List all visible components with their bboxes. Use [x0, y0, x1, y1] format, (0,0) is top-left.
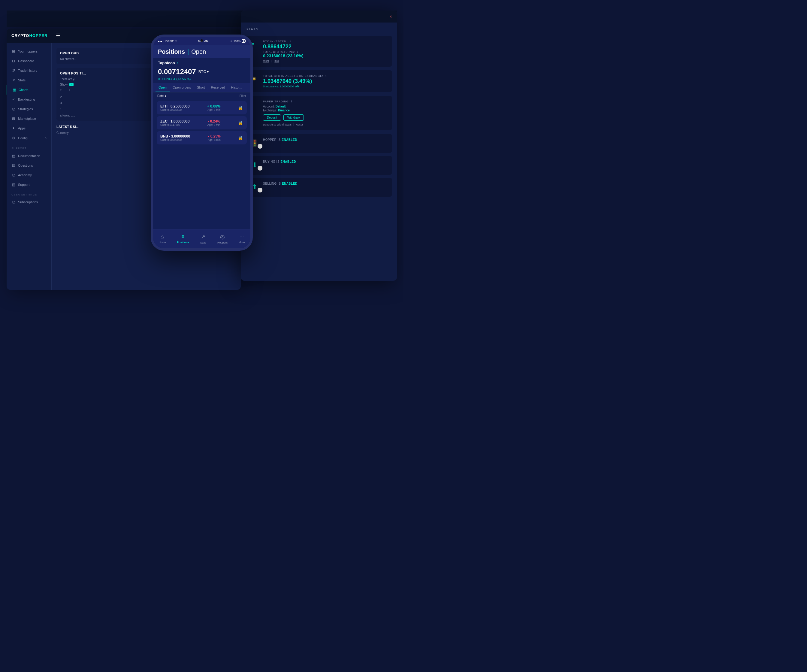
btc-invested-label: BTC INVESTED: ℹ [263, 40, 388, 43]
sidebar-item-apps[interactable]: ✦ Apps [7, 123, 51, 133]
logo-text: CRYPTOHOPPER [12, 33, 47, 38]
dashboard-icon: ⊟ [12, 59, 16, 63]
bnb-coin: BNB · 3.00000000 [160, 134, 190, 138]
tab-open[interactable]: Open [156, 83, 169, 92]
hopper-enabled-card: 🚦 HOPPER IS ENABLED [246, 134, 392, 153]
nav-home[interactable]: ⌂ Home [158, 234, 166, 244]
pos-zec-left: ZEC · 1.00000000 Cost: 0.0417800 [160, 119, 189, 126]
paper-buttons: Deposit Withdraw [263, 115, 388, 121]
sidebar-item-stats[interactable]: ↗ Stats [7, 75, 51, 85]
tab-history[interactable]: Histor... [228, 83, 245, 92]
marketplace-icon: ⊞ [12, 116, 16, 121]
sidebar-item-documentation[interactable]: ▤ Documentation [7, 151, 51, 161]
bluetooth-icon: ✦ [230, 40, 232, 43]
phone-header: Positions | Open [153, 45, 251, 58]
paper-links: Deposits & Withdrawals | Reset [263, 123, 388, 126]
sidebar-item-questions[interactable]: ▤ Questions [7, 161, 51, 170]
support-icon: ▤ [12, 183, 16, 187]
sidebar: ⊞ Your hoppers ⊟ Dashboard ⏱ Trade histo… [7, 43, 51, 290]
logo-hop: HOPPER [29, 33, 47, 38]
nav-positions[interactable]: ≡ Positions [177, 234, 189, 244]
hopper-status-label: HOPPER IS ENABLED [263, 138, 388, 141]
mini-badge: 5 [69, 83, 73, 86]
zec-pct: - 0.24% [208, 119, 220, 123]
hoppers-nav-icon: ◎ [220, 234, 225, 240]
eth-pct: + 0.08% [207, 104, 220, 108]
hopper-name: Tapoleon [158, 61, 175, 65]
sidebar-item-backtesting[interactable]: ✓ Backtesting [7, 95, 51, 104]
buying-enabled-card: ⬇ BUYING IS ENABLED [246, 156, 392, 175]
phone-content: Tapoleon › 0.00712407 BTC ▾ 0.00020351 (… [153, 58, 251, 248]
reset-link[interactable]: reset [263, 60, 269, 62]
nav-hoppers[interactable]: ◎ Hoppers [218, 234, 227, 244]
sidebar-item-dashboard[interactable]: ⊟ Dashboard [7, 56, 51, 66]
lock-icon: 🔒 [238, 105, 243, 110]
btc-assets-card: 💳 TOTAL BTC IN ASSETS ON EXCHANGE: ℹ 1.0… [246, 70, 392, 92]
tab-reserved[interactable]: Reserved [208, 83, 228, 92]
sidebar-item-charts[interactable]: ▦ Charts [7, 85, 51, 95]
show-label: Show [60, 83, 68, 86]
chevron-down-icon-2: ▾ [165, 94, 166, 98]
total-btc-returns-value: 0.23160018 (23.16%) [263, 53, 388, 58]
filter-row: Date ▾ ⚌ Filter [153, 93, 251, 100]
phone-camera [201, 39, 203, 42]
sidebar-item-hoppers[interactable]: ⊞ Your hoppers [7, 47, 51, 56]
hamburger-icon[interactable]: ☰ [56, 33, 60, 38]
nav-stats[interactable]: ↗ Stats [200, 234, 207, 244]
position-zec[interactable]: ZEC · 1.00000000 Cost: 0.0417800 - 0.24%… [157, 116, 247, 130]
paper-trading-card: ≡ PAPER TRADING ℹ Account: Default Excha… [246, 96, 392, 130]
config-icon: ⚙ [12, 136, 16, 140]
th-info: I [69, 88, 78, 91]
withdraw-button[interactable]: Withdraw [284, 115, 304, 121]
sidebar-item-strategies[interactable]: ◎ Strategies [7, 104, 51, 114]
filter-button[interactable]: ⚌ Filter [236, 94, 246, 98]
user-section-label: USER SETTINGS [7, 190, 51, 197]
date-sort-button[interactable]: Date ▾ [157, 94, 166, 98]
edit-link[interactable]: edit [295, 85, 299, 88]
docs-icon: ▤ [12, 154, 16, 158]
questions-icon: ▤ [12, 163, 16, 168]
bnb-pct: - 0.25% [208, 134, 221, 138]
battery-icon: ▓ [242, 39, 246, 43]
stats-topbar: – × [241, 10, 397, 23]
info-link[interactable]: info [274, 60, 279, 62]
deposit-button[interactable]: Deposit [263, 115, 281, 121]
apps-icon: ✦ [12, 126, 16, 130]
academy-icon: ◎ [12, 173, 16, 177]
total-btc-returns-label: TOTAL BTC RETURNS: ℹ [263, 50, 388, 53]
buying-status-label: BUYING IS ENABLED [263, 160, 388, 163]
signal-label: Currency [56, 131, 69, 135]
backtesting-icon: ✓ [12, 97, 16, 101]
bottom-nav: ⌂ Home ≡ Positions ↗ Stats ◎ Hoppers [153, 229, 251, 248]
lock-icon-2: 🔒 [238, 120, 243, 125]
info-icon-3: ℹ [325, 75, 327, 78]
selling-enabled-card: ⬆ SELLING IS ENABLED [246, 178, 392, 197]
sidebar-item-trade-history[interactable]: ⏱ Trade history [7, 66, 51, 75]
more-icon: ··· [239, 234, 244, 240]
close-button[interactable]: × [390, 14, 392, 19]
paper-exchange: Exchange: Binance [263, 109, 388, 112]
sidebar-item-config[interactable]: ⚙ Config [7, 133, 51, 143]
battery-status: ✦ 100% ▓ [230, 39, 246, 43]
tab-short[interactable]: Short [194, 83, 208, 92]
hoppers-icon: ⊞ [12, 49, 16, 53]
stats-nav-icon: ↗ [201, 234, 205, 240]
reset-link-2[interactable]: Reset [296, 123, 303, 126]
position-bnb[interactable]: BNB · 3.00000000 Cost: 0.00696000 - 0.25… [157, 131, 247, 145]
charts-icon: ▦ [12, 88, 16, 92]
sidebar-item-subscriptions[interactable]: ◎ Subscriptions [7, 197, 51, 207]
tab-open-orders[interactable]: Open orders [169, 83, 194, 92]
sidebar-item-support[interactable]: ▤ Support [7, 180, 51, 190]
sidebar-item-marketplace[interactable]: ⊞ Marketplace [7, 114, 51, 123]
nav-more[interactable]: ··· More [239, 234, 245, 244]
sidebar-item-academy[interactable]: ◎ Academy [7, 170, 51, 180]
stats-content: STATS ↗ BTC INVESTED: ℹ 0.88644722 TOTAL… [241, 23, 397, 281]
pos-bnb-left: BNB · 3.00000000 Cost: 0.00696000 [160, 134, 190, 141]
hopper-name-row: Tapoleon › [153, 58, 251, 67]
position-eth[interactable]: ETH · 0.25000000 Cost: 0.00530500 + 0.08… [157, 101, 247, 115]
deposits-withdrawals-link[interactable]: Deposits & Withdrawals [263, 123, 292, 126]
minimize-button[interactable]: – [384, 14, 386, 19]
stats-title: STATS [246, 27, 392, 31]
lock-icon-3: 🔒 [238, 135, 243, 140]
info-icon-2: ℹ [297, 50, 298, 53]
